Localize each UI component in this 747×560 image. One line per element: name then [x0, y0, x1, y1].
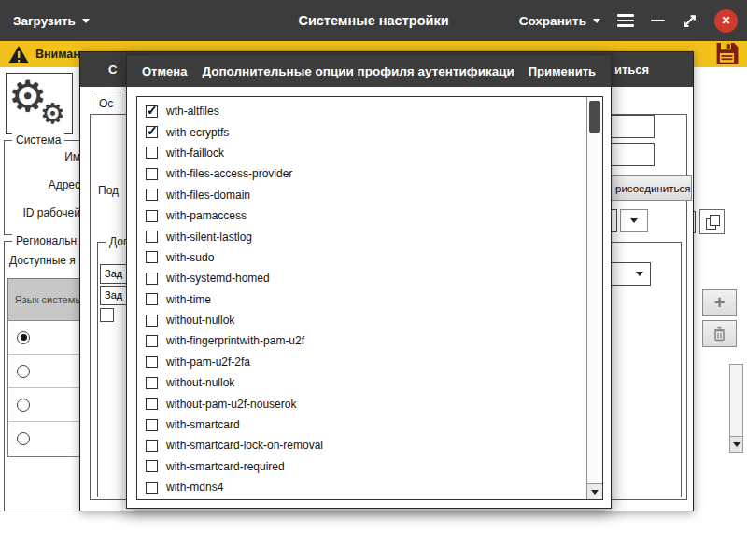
titlebar-actions: Сохранить — [519, 0, 738, 41]
option-row[interactable]: with-sudo — [137, 247, 586, 268]
scroll-down-button[interactable] — [587, 483, 602, 499]
option-row[interactable]: without-pam-u2f-nouserok — [137, 393, 586, 413]
option-label: without-pam-u2f-nouserok — [166, 398, 296, 411]
option-checkbox[interactable] — [146, 440, 158, 452]
option-row[interactable]: with-files-domain — [137, 185, 586, 205]
caret-down-icon — [593, 19, 600, 23]
language-table: Язык системы — [7, 278, 90, 457]
delete-button[interactable] — [702, 320, 737, 347]
vertical-scrollbar[interactable] — [729, 364, 743, 453]
minimize-button[interactable] — [651, 20, 665, 22]
warning-icon — [7, 45, 30, 64]
option-row[interactable]: with-systemd-homed — [137, 268, 586, 288]
option-label: with-silent-lastlog — [166, 231, 252, 244]
gear-icon — [40, 100, 65, 128]
trash-icon — [712, 326, 726, 342]
settings-logo — [6, 73, 73, 134]
option-row[interactable]: with-faillock — [137, 143, 586, 163]
option-row[interactable]: with-mdns4 — [137, 477, 586, 497]
option-row[interactable]: with-time — [137, 289, 586, 310]
option-label: with-time — [166, 293, 211, 306]
system-group-label: Система — [12, 133, 64, 147]
option-label: with-smartcard-required — [166, 460, 285, 473]
language-row — [8, 321, 89, 355]
option-row[interactable]: without-nullok — [137, 372, 586, 393]
option-checkbox[interactable] — [146, 147, 158, 159]
option-row[interactable]: without-nullok — [137, 310, 586, 330]
option-checkbox[interactable] — [146, 419, 158, 431]
option-row[interactable]: with-fingerprintwith-pam-u2f — [137, 330, 586, 351]
option-checkbox[interactable] — [146, 377, 158, 389]
copy-button[interactable] — [699, 209, 725, 234]
auth-options-modal: Отмена Дополнительные опции профиля ауте… — [126, 54, 612, 509]
language-row — [8, 388, 89, 422]
option-checkbox[interactable] — [146, 460, 158, 472]
option-checkbox[interactable] — [146, 251, 158, 263]
option-label: with-sudo — [166, 251, 214, 264]
option-label: without-nullok — [166, 376, 234, 389]
option-row[interactable]: with-ecryptfs — [137, 121, 586, 142]
titlebar: Загрузить Системные настройки Сохранить — [0, 0, 747, 41]
option-row[interactable]: with-pamaccess — [137, 205, 586, 226]
caret-down-icon — [733, 442, 740, 447]
cancel-button[interactable]: Отмена — [127, 64, 202, 78]
option-checkbox[interactable] — [146, 126, 158, 138]
save-button[interactable]: Сохранить — [519, 14, 600, 28]
scroll-down-button[interactable] — [730, 436, 742, 452]
language-row — [8, 422, 89, 455]
option-checkbox[interactable] — [146, 482, 158, 494]
add-button[interactable] — [702, 289, 737, 316]
option-label: with-mdns4 — [166, 481, 223, 494]
option-checkbox[interactable] — [146, 189, 158, 201]
apply-button[interactable]: Применить — [514, 64, 611, 78]
option-label: with-fingerprintwith-pam-u2f — [166, 334, 304, 347]
caret-down-icon — [82, 19, 90, 23]
option-label: with-ecryptfs — [166, 126, 229, 139]
option-row[interactable]: with-files-access-provider — [137, 163, 586, 184]
option-label: with-pam-u2f-2fa — [166, 356, 250, 369]
scrollbar-thumb[interactable] — [589, 101, 600, 133]
language-radio-selected[interactable] — [17, 331, 30, 344]
option-label: without-nullok — [166, 314, 234, 327]
option-checkbox[interactable] — [146, 168, 158, 180]
option-checkbox[interactable] — [146, 231, 158, 243]
option-checkbox[interactable] — [146, 293, 158, 305]
fullscreen-button[interactable] — [682, 13, 698, 29]
dropdown-button[interactable] — [620, 209, 648, 232]
load-button[interactable]: Загрузить — [13, 0, 90, 41]
option-label: with-faillock — [166, 147, 224, 160]
options-scrollbar[interactable] — [586, 97, 602, 499]
option-checkbox[interactable] — [146, 273, 158, 285]
options-list: wth-altfileswith-ecryptfswith-faillockwi… — [137, 97, 586, 499]
option-label: with-smartcard-lock-on-removal — [166, 439, 323, 452]
close-button[interactable] — [714, 9, 738, 33]
option-row[interactable]: with-smartcard-lock-on-removal — [137, 435, 586, 455]
option-row[interactable]: with-smartcard-required — [137, 456, 586, 477]
small-checkbox[interactable] — [100, 308, 114, 322]
save-floppy-icon[interactable] — [714, 42, 740, 69]
option-row[interactable]: with-pam-u2f-2fa — [137, 352, 586, 372]
option-row[interactable]: wth-altfiles — [137, 101, 586, 121]
language-radio[interactable] — [17, 432, 30, 445]
option-checkbox[interactable] — [146, 356, 158, 368]
workgroup-id-field-label: ID рабочей — [0, 206, 80, 219]
menu-icon[interactable] — [617, 14, 634, 27]
dialog-title-fragment: иться — [614, 52, 649, 87]
option-checkbox[interactable] — [146, 210, 158, 222]
option-checkbox[interactable] — [146, 315, 158, 327]
option-label: with-files-domain — [166, 189, 250, 202]
caret-down-icon — [636, 272, 643, 276]
option-checkbox[interactable] — [146, 105, 158, 118]
available-languages-label: Доступные я — [9, 254, 76, 267]
load-button-label: Загрузить — [13, 14, 76, 28]
options-list-frame: wth-altfileswith-ecryptfswith-faillockwi… — [136, 96, 603, 500]
option-row[interactable]: with-silent-lastlog — [137, 226, 586, 246]
option-checkbox[interactable] — [146, 398, 158, 410]
language-row — [8, 355, 89, 388]
caret-down-icon — [591, 490, 599, 495]
option-checkbox[interactable] — [146, 335, 158, 347]
option-label: with-smartcard — [166, 418, 240, 431]
language-radio[interactable] — [17, 365, 30, 378]
language-radio[interactable] — [17, 399, 30, 412]
option-row[interactable]: with-smartcard — [137, 414, 586, 435]
